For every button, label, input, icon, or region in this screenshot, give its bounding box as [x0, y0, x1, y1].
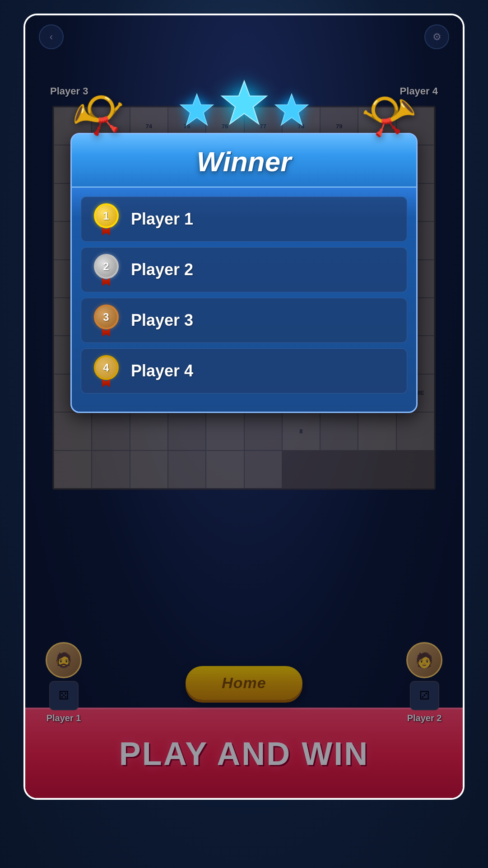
svg-marker-2: [275, 94, 308, 125]
star-left-icon: [179, 92, 215, 128]
svg-marker-0: [181, 94, 213, 125]
rank4-number: 4: [103, 361, 109, 374]
winner-header: Winner: [72, 134, 416, 188]
trumpet-right-icon: 📯: [357, 84, 422, 146]
medal-4th-icon: 4: [90, 355, 122, 387]
medal-bronze-icon: 3: [90, 305, 122, 336]
rank-row-3: 3 Player 3: [81, 298, 407, 343]
phone-frame: ‹ ⚙ Player 3 Player 4 6 74 75 76 77 78 7…: [23, 14, 465, 800]
rank1-number: 1: [103, 210, 109, 222]
winner-title: Winner: [81, 145, 407, 178]
medal-gold-icon: 1: [90, 203, 122, 235]
rank3-player-name: Player 3: [131, 311, 193, 330]
star-right-icon: [274, 92, 310, 128]
rank2-number: 2: [103, 260, 109, 273]
svg-marker-1: [222, 81, 266, 124]
rank3-number: 3: [103, 311, 109, 324]
rank-row-2: 2 Player 2: [81, 247, 407, 292]
rank1-player-name: Player 1: [131, 210, 193, 229]
star-center-icon: [219, 79, 269, 128]
medal-silver-icon: 2: [90, 254, 122, 286]
rank4-player-name: Player 4: [131, 361, 193, 380]
rank-row-1: 1 Player 1: [81, 197, 407, 242]
winner-popup: 📯 📯 Winner: [70, 79, 418, 413]
trumpet-left-icon: 📯: [66, 84, 131, 146]
rank-row-4: 4 Player 4: [81, 348, 407, 394]
winner-card: Winner 1 Player 1: [70, 133, 418, 413]
rank2-player-name: Player 2: [131, 260, 193, 279]
rankings-list: 1 Player 1 2: [72, 188, 416, 398]
